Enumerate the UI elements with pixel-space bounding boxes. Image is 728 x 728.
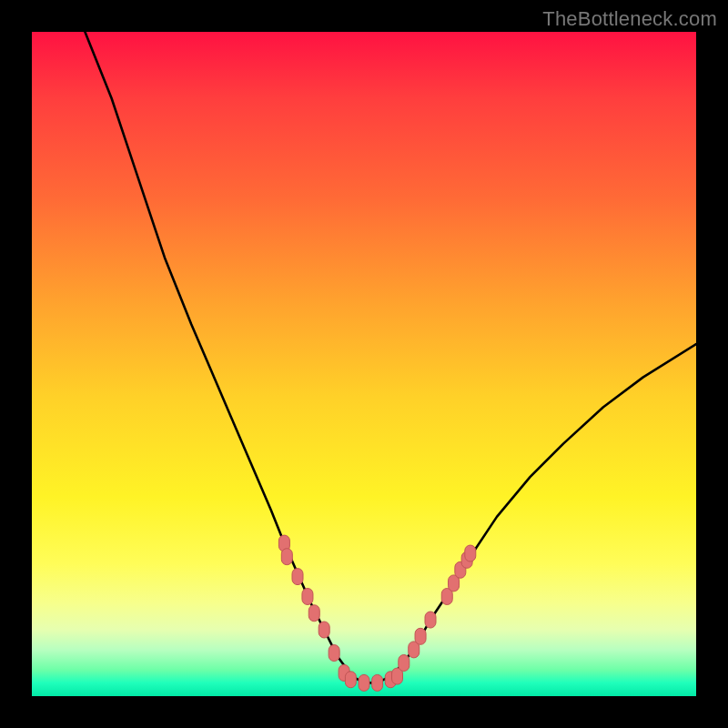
curve-marker <box>359 674 369 691</box>
plot-area <box>32 32 696 696</box>
curve-marker <box>415 628 426 644</box>
curve-marker <box>292 569 303 585</box>
curve-marker <box>372 674 383 691</box>
watermark-label: TheBottleneck.com <box>542 7 717 31</box>
chart-svg <box>32 32 696 696</box>
marker-layer <box>278 535 475 691</box>
curve-marker <box>465 545 476 561</box>
outer-frame: TheBottleneck.com <box>0 0 728 728</box>
bottleneck-curve <box>85 32 696 682</box>
curve-marker <box>345 672 356 688</box>
curve-marker <box>329 645 339 662</box>
curve-marker <box>425 612 436 628</box>
curve-marker <box>318 622 329 638</box>
curve-marker <box>281 549 292 565</box>
curve-marker <box>302 589 313 605</box>
curve-marker <box>399 655 410 672</box>
curve-marker <box>308 605 319 622</box>
